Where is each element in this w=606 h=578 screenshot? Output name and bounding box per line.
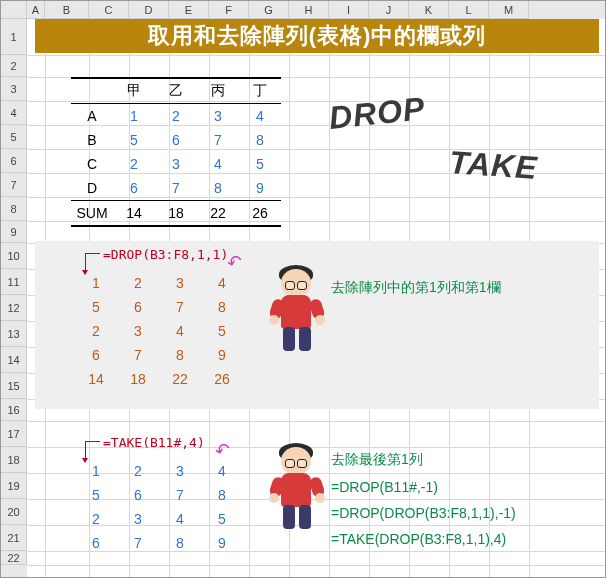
cell[interactable]: 5: [113, 128, 155, 152]
col-header-H[interactable]: H: [289, 1, 329, 19]
cell[interactable]: 6: [155, 128, 197, 152]
row-header-20[interactable]: 20: [1, 499, 27, 525]
cell[interactable]: 5: [239, 152, 281, 176]
cell[interactable]: 4: [159, 507, 201, 531]
col-header-B[interactable]: B: [45, 1, 89, 19]
cell[interactable]: 2: [75, 319, 117, 343]
cell[interactable]: 9: [201, 531, 243, 555]
cell[interactable]: 1: [75, 459, 117, 483]
cell[interactable]: A: [71, 104, 113, 129]
cell[interactable]: C: [71, 152, 113, 176]
sum-cell[interactable]: 26: [239, 201, 281, 227]
cell[interactable]: 8: [239, 128, 281, 152]
cell[interactable]: 8: [197, 176, 239, 201]
cell[interactable]: 3: [159, 459, 201, 483]
cell[interactable]: 8: [159, 343, 201, 367]
col-header-D[interactable]: D: [129, 1, 169, 19]
sum-cell[interactable]: 18: [155, 201, 197, 227]
row-header-13[interactable]: 13: [1, 321, 27, 347]
row-header-7[interactable]: 7: [1, 173, 27, 197]
cell[interactable]: 4: [159, 319, 201, 343]
cell[interactable]: 2: [75, 507, 117, 531]
table-header-cell[interactable]: 丙: [197, 78, 239, 104]
cell[interactable]: 7: [117, 343, 159, 367]
cell[interactable]: 8: [159, 531, 201, 555]
sum-cell[interactable]: 22: [197, 201, 239, 227]
cell[interactable]: 3: [155, 152, 197, 176]
cell[interactable]: 4: [201, 459, 243, 483]
row-header-2[interactable]: 2: [1, 55, 27, 77]
row-header-12[interactable]: 12: [1, 295, 27, 321]
cell[interactable]: 9: [201, 343, 243, 367]
cell[interactable]: 6: [117, 295, 159, 319]
col-header-G[interactable]: G: [249, 1, 289, 19]
sum-cell[interactable]: 14: [113, 201, 155, 227]
cell[interactable]: 2: [113, 152, 155, 176]
cell[interactable]: 7: [117, 531, 159, 555]
row-header-17[interactable]: 17: [1, 421, 27, 447]
cell[interactable]: 3: [159, 271, 201, 295]
col-header-A[interactable]: A: [27, 1, 45, 19]
col-header-I[interactable]: I: [329, 1, 369, 19]
cell[interactable]: 8: [201, 295, 243, 319]
cell[interactable]: 4: [201, 271, 243, 295]
row-header-6[interactable]: 6: [1, 149, 27, 173]
col-header-M[interactable]: M: [489, 1, 529, 19]
row-header-5[interactable]: 5: [1, 125, 27, 149]
row-header-14[interactable]: 14: [1, 347, 27, 373]
row-header-3[interactable]: 3: [1, 77, 27, 101]
cell[interactable]: 18: [117, 367, 159, 391]
cell[interactable]: 7: [159, 483, 201, 507]
cell[interactable]: B: [71, 128, 113, 152]
col-header-C[interactable]: C: [89, 1, 129, 19]
col-header-J[interactable]: J: [369, 1, 409, 19]
cell[interactable]: 1: [75, 271, 117, 295]
cell[interactable]: 22: [159, 367, 201, 391]
cell[interactable]: 9: [239, 176, 281, 201]
row-header-9[interactable]: 9: [1, 221, 27, 243]
table-header-cell[interactable]: 甲: [113, 78, 155, 104]
col-header-E[interactable]: E: [169, 1, 209, 19]
cell[interactable]: 5: [201, 319, 243, 343]
cell[interactable]: 3: [117, 507, 159, 531]
col-header-K[interactable]: K: [409, 1, 449, 19]
cell[interactable]: 3: [197, 104, 239, 129]
row-header-19[interactable]: 19: [1, 473, 27, 499]
row-header-16[interactable]: 16: [1, 399, 27, 421]
cell[interactable]: 8: [201, 483, 243, 507]
row-header-15[interactable]: 15: [1, 373, 27, 399]
table-header-cell[interactable]: [71, 78, 113, 104]
cell[interactable]: 6: [117, 483, 159, 507]
row-header-18[interactable]: 18: [1, 447, 27, 473]
cell[interactable]: 2: [155, 104, 197, 129]
row-header-4[interactable]: 4: [1, 101, 27, 125]
cell[interactable]: 2: [117, 271, 159, 295]
cell[interactable]: D: [71, 176, 113, 201]
row-header-21[interactable]: 21: [1, 525, 27, 551]
row-header-1[interactable]: 1: [1, 19, 27, 55]
cell[interactable]: 7: [197, 128, 239, 152]
cell[interactable]: 6: [75, 531, 117, 555]
cell[interactable]: 26: [201, 367, 243, 391]
cell[interactable]: 7: [159, 295, 201, 319]
cell[interactable]: 3: [117, 319, 159, 343]
cell[interactable]: 2: [117, 459, 159, 483]
cell[interactable]: 5: [201, 507, 243, 531]
cell[interactable]: 5: [75, 295, 117, 319]
col-header-L[interactable]: L: [449, 1, 489, 19]
cell[interactable]: 6: [113, 176, 155, 201]
cell[interactable]: 7: [155, 176, 197, 201]
cell[interactable]: 1: [113, 104, 155, 129]
row-header-8[interactable]: 8: [1, 197, 27, 221]
table-header-cell[interactable]: 乙: [155, 78, 197, 104]
cell[interactable]: 14: [75, 367, 117, 391]
cell[interactable]: 4: [239, 104, 281, 129]
col-header-F[interactable]: F: [209, 1, 249, 19]
table-header-cell[interactable]: 丁: [239, 78, 281, 104]
sum-cell[interactable]: SUM: [71, 201, 113, 227]
row-header-10[interactable]: 10: [1, 243, 27, 269]
cell[interactable]: 5: [75, 483, 117, 507]
row-header-11[interactable]: 11: [1, 269, 27, 295]
cell[interactable]: 6: [75, 343, 117, 367]
row-header-22[interactable]: 22: [1, 551, 27, 565]
